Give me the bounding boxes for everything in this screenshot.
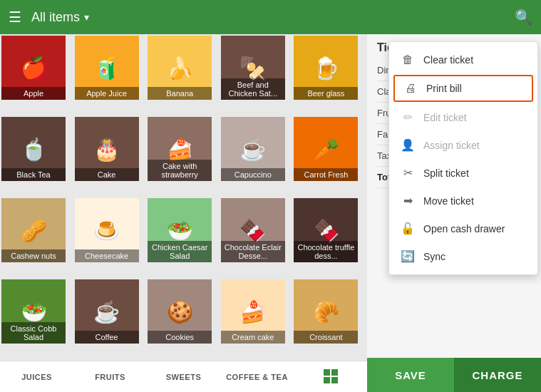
item-label-creamcake: Cream cake (221, 331, 285, 344)
item-card-chickencaesar[interactable]: 🥗Chicken Caesar Salad (148, 198, 212, 262)
item-label-cake: Cake (75, 168, 139, 181)
item-label-cashewnuts: Cashew nuts (1, 249, 66, 262)
item-card-coffee[interactable]: ☕Coffee (75, 279, 139, 344)
item-card-cookies[interactable]: 🍪Cookies (148, 279, 212, 344)
dropdown-item-clear[interactable]: 🗑Clear ticket (389, 46, 537, 73)
save-button[interactable]: SAVE (367, 358, 454, 392)
assign-icon: 👤 (401, 138, 415, 152)
ticket-bottom-buttons: SAVE CHARGE (367, 358, 541, 392)
print-icon: 🖨 (403, 82, 418, 95)
opencash-icon: 🔓 (401, 222, 415, 235)
item-card-croissant[interactable]: 🥐Croissant (294, 279, 358, 344)
edit-label: Edit ticket (423, 112, 467, 123)
item-card-apple1[interactable]: 🍎Apple (1, 36, 66, 100)
all-items-label: All items (31, 10, 80, 25)
app-header: ☰ All items ▾ 🔍 (0, 0, 541, 34)
ticket-panel: Ticket Dine in Classic Col... Fruit Sala… (367, 34, 541, 392)
item-card-carrotfresh[interactable]: 🥕Carrot Fresh (294, 117, 358, 181)
dropdown-item-split[interactable]: ✂Split ticket (389, 159, 537, 187)
item-label-apple1: Apple (1, 87, 66, 100)
category-tabs: JUICES FRUITS SWEETS COFFEE & TEA (0, 361, 367, 392)
split-icon: ✂ (401, 166, 415, 180)
item-card-cashewnuts[interactable]: 🥜Cashew nuts (1, 198, 66, 262)
dropdown-item-sync[interactable]: 🔄Sync (389, 242, 537, 270)
dropdown-item-assign: 👤Assign ticket (389, 131, 537, 159)
item-label-cookies: Cookies (148, 331, 212, 344)
tab-coffeetea[interactable]: COFFEE & TEA (220, 370, 294, 384)
item-label-chickencaesar: Chicken Caesar Salad (148, 241, 212, 262)
tab-grid[interactable] (294, 366, 367, 388)
opencash-label: Open cash drawer (423, 223, 505, 234)
item-card-classiccobb[interactable]: 🥗Classic Cobb Salad (1, 279, 66, 344)
item-card-creamcake[interactable]: 🍰Cream cake (221, 279, 285, 344)
items-panel: 🍎Apple🧃Apple Juice🍌Banana🍢Beef and Chick… (0, 34, 367, 392)
svg-rect-1 (331, 369, 338, 376)
charge-button[interactable]: CHARGE (454, 358, 541, 392)
print-label: Print bill (426, 83, 462, 94)
item-label-beefchicken: Beef and Chicken Sat... (221, 78, 285, 100)
item-card-cakestrawberry[interactable]: 🍰Cake with strawberry (148, 117, 212, 181)
dropdown-item-move[interactable]: ➡Move ticket (389, 187, 537, 215)
item-card-applejuice[interactable]: 🧃Apple Juice (75, 36, 139, 100)
item-card-cheesecake[interactable]: 🍮Cheesecake (75, 198, 139, 262)
split-label: Split ticket (423, 167, 469, 179)
item-label-carrotfresh: Carrot Fresh (294, 168, 358, 181)
item-label-coffee: Coffee (75, 331, 139, 344)
item-card-beefchicken[interactable]: 🍢Beef and Chicken Sat... (221, 36, 285, 100)
tab-fruits[interactable]: FRUITS (73, 370, 147, 384)
item-label-croissant: Croissant (294, 331, 358, 344)
item-card-chocoeclair[interactable]: 🍫Chocolate Eclair Desse... (221, 198, 285, 262)
item-label-chocotruff: Chocolate truffle dess... (294, 241, 358, 262)
dropdown-arrow-icon[interactable]: ▾ (84, 11, 89, 23)
clear-icon: 🗑 (401, 53, 415, 66)
item-card-beerglass[interactable]: 🍺Beer glass (294, 36, 358, 100)
item-label-classiccobb: Classic Cobb Salad (1, 322, 66, 344)
item-card-banana[interactable]: 🍌Banana (148, 36, 212, 100)
item-card-capuccino[interactable]: ☕Capuccino (221, 117, 285, 181)
item-label-capuccino: Capuccino (221, 168, 285, 181)
sync-label: Sync (423, 251, 445, 262)
sync-icon: 🔄 (401, 249, 415, 263)
edit-icon: ✏ (401, 110, 415, 124)
items-grid: 🍎Apple🧃Apple Juice🍌Banana🍢Beef and Chick… (0, 34, 367, 361)
svg-rect-3 (331, 377, 338, 383)
move-label: Move ticket (423, 195, 474, 207)
item-label-applejuice: Apple Juice (75, 87, 139, 100)
item-label-cakestrawberry: Cake with strawberry (148, 160, 212, 181)
svg-rect-2 (324, 377, 330, 383)
item-card-cake[interactable]: 🎂Cake (75, 117, 139, 181)
menu-icon[interactable]: ☰ (9, 9, 21, 26)
search-icon[interactable]: 🔍 (515, 9, 532, 26)
svg-rect-0 (324, 369, 330, 376)
main-layout: 🍎Apple🧃Apple Juice🍌Banana🍢Beef and Chick… (0, 34, 541, 392)
item-label-blacktea: Black Tea (1, 168, 66, 181)
tab-juices[interactable]: JUICES (0, 370, 73, 384)
move-icon: ➡ (401, 194, 415, 207)
dropdown-item-print[interactable]: 🖨Print bill (393, 75, 533, 102)
item-label-banana: Banana (148, 87, 212, 100)
tab-sweets[interactable]: SWEETS (147, 370, 220, 384)
item-label-cheesecake: Cheesecake (75, 249, 139, 262)
item-label-chocoeclair: Chocolate Eclair Desse... (221, 241, 285, 262)
item-card-blacktea[interactable]: 🍵Black Tea (1, 117, 66, 181)
clear-label: Clear ticket (423, 54, 473, 66)
assign-label: Assign ticket (423, 140, 480, 151)
header-title-area: All items ▾ (31, 10, 515, 25)
item-card-chocotruff[interactable]: 🍫Chocolate truffle dess... (294, 198, 358, 262)
dropdown-item-edit: ✏Edit ticket (389, 103, 537, 131)
grid-view-icon (323, 368, 339, 384)
dropdown-menu: 🗑Clear ticket🖨Print bill✏Edit ticket👤Ass… (388, 41, 538, 275)
dropdown-item-opencash[interactable]: 🔓Open cash drawer (389, 215, 537, 242)
item-label-beerglass: Beer glass (294, 87, 358, 100)
